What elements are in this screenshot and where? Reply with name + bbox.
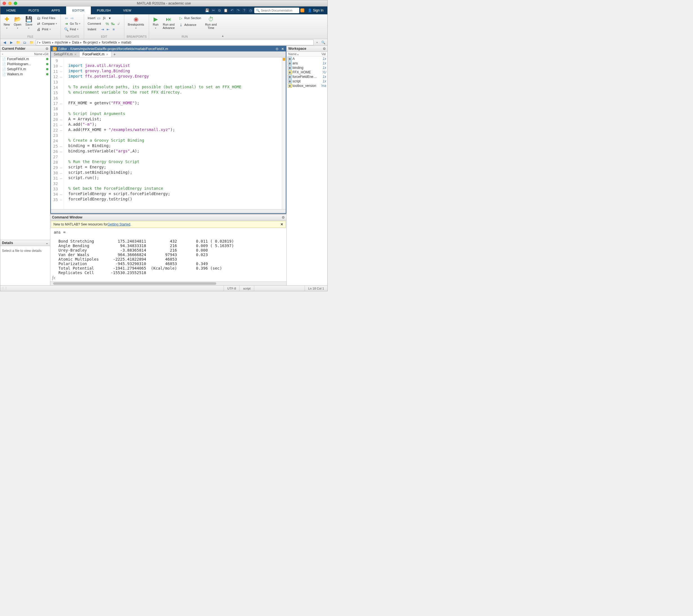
undo-quick-icon[interactable]: ↶ bbox=[230, 8, 235, 13]
breakpoints-button[interactable]: ◉ Breakpoints▾ bbox=[126, 16, 145, 30]
file-row[interactable]: 📄ForceFieldX.m bbox=[0, 57, 50, 62]
code-line[interactable]: import ffx.potential.groovy.Energy bbox=[68, 74, 282, 79]
search-documentation[interactable]: 🔍 bbox=[254, 7, 299, 13]
code-line[interactable] bbox=[68, 154, 282, 159]
open-button[interactable]: 📂 Open▾ bbox=[13, 16, 22, 30]
gutter-line[interactable]: 35– bbox=[53, 197, 62, 202]
gutter-line[interactable]: 10– bbox=[53, 63, 62, 68]
gutter-line[interactable]: 17– bbox=[53, 101, 62, 106]
gutter-line[interactable]: 20– bbox=[53, 117, 62, 122]
fx-prompt-icon[interactable]: fx bbox=[52, 275, 55, 280]
editor-menu-button[interactable]: ⊙ bbox=[276, 47, 278, 51]
code-line[interactable] bbox=[68, 133, 282, 138]
gutter-line[interactable]: 32 bbox=[53, 181, 62, 186]
crumb-4[interactable]: ffx-project bbox=[83, 40, 98, 44]
code-analyzer-indicator[interactable] bbox=[283, 58, 285, 61]
code-line[interactable]: script.setBinding(binding); bbox=[68, 170, 282, 176]
gutter-line[interactable]: 30– bbox=[53, 170, 62, 176]
marker-strip[interactable] bbox=[282, 57, 286, 209]
code-line[interactable]: script.run(); bbox=[68, 176, 282, 181]
crumb-5[interactable]: forcefieldx bbox=[102, 40, 117, 44]
path-fwd-button[interactable]: ▶ bbox=[9, 40, 14, 45]
code-line[interactable]: % environment variable to the root FFX d… bbox=[68, 90, 282, 95]
gutter-line[interactable]: 27 bbox=[53, 154, 62, 159]
path-up-button[interactable]: 📁 bbox=[16, 40, 21, 45]
copy-quick-icon[interactable]: ⧉ bbox=[217, 8, 222, 13]
find-button[interactable]: 🔍Find ▾ bbox=[63, 27, 82, 32]
code-line[interactable]: forceFieldEnergy.toString() bbox=[68, 197, 282, 202]
gutter-line[interactable]: 13 bbox=[53, 79, 62, 85]
path-search-button[interactable]: 🔍 bbox=[321, 40, 326, 45]
maintab-plots[interactable]: PLOTS bbox=[22, 6, 45, 14]
maintab-publish[interactable]: PUBLISH bbox=[91, 6, 117, 14]
gutter-line[interactable]: 22– bbox=[53, 127, 62, 133]
compare-button[interactable]: ⇄Compare ▾ bbox=[35, 21, 58, 26]
workspace-menu[interactable]: ⊙ bbox=[323, 47, 326, 50]
editor-close-button[interactable]: ✕ bbox=[281, 47, 284, 51]
new-button[interactable]: ✚ New▾ bbox=[2, 16, 11, 30]
code-line[interactable]: binding = Binding; bbox=[68, 143, 282, 149]
editor-tab[interactable]: ForceFieldX.m✕ bbox=[80, 52, 111, 57]
code-line[interactable]: % Get back the ForceFieldEnergy instance bbox=[68, 186, 282, 191]
code-line[interactable] bbox=[68, 181, 282, 186]
current-folder-header[interactable]: ▫Name ▴ Git bbox=[0, 52, 50, 57]
gutter-line[interactable]: 24 bbox=[53, 138, 62, 143]
code-line[interactable]: import java.util.ArrayList bbox=[68, 63, 282, 68]
workspace-var[interactable]: ▦script1x bbox=[286, 79, 328, 83]
run-time-button[interactable]: ⏱ Run and Time bbox=[204, 16, 218, 30]
editor-tab[interactable]: SetupFFX.m✕ bbox=[51, 52, 80, 57]
gutter-line[interactable]: 21– bbox=[53, 122, 62, 127]
crumb-6[interactable]: matlab bbox=[121, 40, 131, 44]
getting-started-link[interactable]: Getting Started bbox=[108, 222, 131, 226]
code-line[interactable] bbox=[68, 95, 282, 101]
find-files-button[interactable]: 🗂Find Files bbox=[35, 16, 58, 21]
workspace-var[interactable]: ▦FFX_HOME'/U bbox=[286, 70, 328, 75]
path-back-button[interactable]: ◀ bbox=[2, 40, 7, 45]
file-row[interactable]: 📄Walkers.m bbox=[0, 72, 50, 77]
gutter-line[interactable]: 25– bbox=[53, 143, 62, 149]
workspace-var[interactable]: ▦ans1x bbox=[286, 61, 328, 65]
maintab-view[interactable]: VIEW bbox=[117, 6, 138, 14]
path-crumbs[interactable]: /▸Users▸mjschnie▸Data▸ffx-project▸forcef… bbox=[36, 40, 314, 45]
goto-button[interactable]: ➔Go To▾ bbox=[63, 21, 82, 26]
gutter-line[interactable]: 14 bbox=[53, 85, 62, 90]
code-line[interactable]: binding.setVariable("args",A); bbox=[68, 149, 282, 154]
code-line[interactable]: % Run the Energy Groovy Script bbox=[68, 159, 282, 165]
signin-button[interactable]: 👤 Sign In bbox=[305, 8, 326, 13]
save-quick-icon[interactable]: 💾 bbox=[205, 8, 210, 13]
details-collapse[interactable]: ⌄ bbox=[45, 241, 48, 245]
code-line[interactable]: % To avoid absolute paths, its possible … bbox=[68, 85, 282, 90]
command-output[interactable]: ans = Bond Stretching 175.24034811 432 0… bbox=[50, 228, 286, 282]
crumb-3[interactable]: Data bbox=[72, 40, 79, 44]
gutter-line[interactable]: 12– bbox=[53, 74, 62, 79]
save-button[interactable]: 💾 Save▾ bbox=[24, 16, 34, 30]
path-browse-button[interactable]: 🗂 bbox=[22, 40, 27, 45]
close-tab-icon[interactable]: ✕ bbox=[106, 53, 108, 56]
code-line[interactable]: % Script input Arguments bbox=[68, 111, 282, 117]
run-advance-button[interactable]: ⏭ Run and Advance bbox=[161, 16, 176, 30]
workspace-var[interactable]: ▦forceFieldEnergy1x bbox=[286, 75, 328, 79]
code-line[interactable]: FFX_HOME = getenv("FFX_HOME"); bbox=[68, 101, 282, 106]
maintab-editor[interactable]: EDITOR bbox=[66, 6, 91, 14]
gutter-line[interactable]: 9 bbox=[53, 58, 62, 63]
print-button[interactable]: 🖨Print ▾ bbox=[35, 27, 58, 32]
code-area[interactable]: 910–11–12–1314151617–181920–21–22–232425… bbox=[51, 57, 286, 209]
current-folder-menu[interactable]: ⊙ bbox=[45, 47, 48, 50]
file-row[interactable]: 📄PlotHistogram... bbox=[0, 62, 50, 67]
prefs-quick-icon[interactable]: ◷ bbox=[248, 8, 253, 13]
code-line[interactable] bbox=[68, 79, 282, 85]
code-line[interactable]: A.add("-m"); bbox=[68, 122, 282, 127]
gutter-line[interactable]: 33 bbox=[53, 186, 62, 191]
cmdwin-h-scrollbar[interactable] bbox=[50, 282, 286, 285]
code-line[interactable] bbox=[68, 58, 282, 63]
insert-button[interactable]: Insert ▭ fx ▾ bbox=[86, 16, 122, 21]
run-section-button[interactable]: ▷Run Section bbox=[177, 16, 202, 21]
cut-quick-icon[interactable]: ✂ bbox=[211, 8, 216, 13]
gutter-line[interactable]: 26– bbox=[53, 149, 62, 154]
crumb-1[interactable]: Users bbox=[42, 40, 51, 44]
comment-button[interactable]: Comment % ‰ ↲ bbox=[86, 21, 122, 26]
crumb-2[interactable]: mjschnie bbox=[55, 40, 68, 44]
indent-button[interactable]: Indent ⇥ ⇤ ≡ bbox=[86, 27, 122, 32]
gutter-line[interactable]: 16 bbox=[53, 95, 62, 101]
help-quick-icon[interactable]: ? bbox=[242, 8, 247, 13]
